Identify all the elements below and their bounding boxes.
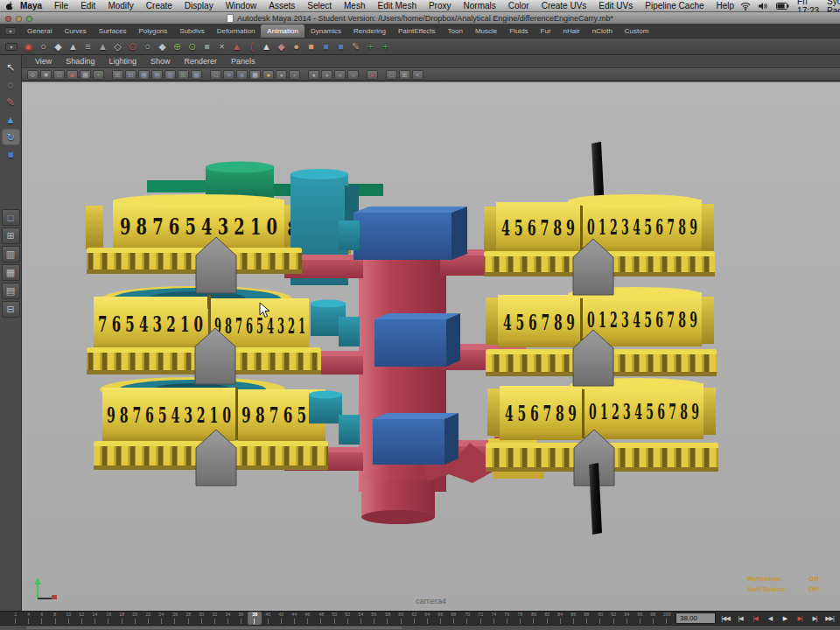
timeline-tick[interactable]: 86 — [567, 612, 580, 625]
timeline-tick[interactable]: 72 — [474, 612, 487, 625]
human-ik-icon[interactable]: ▲ — [66, 39, 80, 53]
timeline-tick[interactable]: 32 — [208, 612, 221, 625]
image-plane-icon[interactable]: ▦ — [80, 70, 91, 80]
window-zoom-button[interactable] — [26, 16, 32, 22]
menu-pipeline-cache[interactable]: Pipeline Cache — [639, 0, 710, 11]
left-index-pointers[interactable] — [195, 237, 236, 486]
camera-attributes-icon[interactable]: □ — [53, 70, 65, 80]
wireframe-icon[interactable]: ⊞ — [112, 70, 123, 80]
timeline-tick[interactable]: 44 — [288, 612, 301, 625]
timeline-tick[interactable]: 16 — [102, 612, 115, 625]
two-d-pan-zoom-icon[interactable]: + — [93, 70, 104, 80]
shelf-tab-dynamics[interactable]: Dynamics — [304, 24, 347, 38]
paint-weights-icon[interactable]: ✎ — [348, 39, 363, 53]
shaded-icon[interactable]: ⊟ — [125, 70, 136, 80]
mirror-joint-icon[interactable]: × — [214, 39, 229, 53]
shelf-tab-rendering[interactable]: Rendering — [347, 24, 392, 38]
plugin-flag-icon[interactable]: ▸ — [367, 70, 378, 80]
shelf-tab-deformation[interactable]: Deformation — [211, 24, 262, 38]
timeline-tick[interactable]: 74 — [487, 612, 500, 625]
menu-window[interactable]: Window — [220, 0, 263, 11]
ik-handle-icon[interactable]: ◆ — [51, 39, 66, 53]
shelf-tab-curves[interactable]: Curves — [58, 24, 92, 38]
menu-color[interactable]: Color — [502, 0, 536, 11]
range-slider-bar[interactable] — [26, 626, 402, 629]
detach-skin-icon[interactable]: ■ — [333, 39, 348, 53]
timeline-tick[interactable]: 22 — [142, 612, 155, 625]
go-to-end-button[interactable]: ▶▶| — [822, 613, 836, 624]
timeline-tick[interactable]: 46 — [301, 612, 314, 625]
bucket-icon[interactable]: ■ — [200, 39, 214, 53]
snap-key-icon[interactable]: + — [378, 39, 393, 53]
hand-setup-icon[interactable]: ■ — [304, 39, 318, 53]
timeline-tick[interactable]: 6 — [35, 612, 48, 625]
range-slider[interactable] — [0, 625, 840, 630]
timeline-tick[interactable]: 50 — [328, 612, 341, 625]
shelf-tab-painteffects[interactable]: PaintEffects — [392, 24, 442, 38]
timeline-tick[interactable]: 92 — [606, 612, 620, 625]
timeline-tick[interactable]: 94 — [620, 612, 634, 625]
pole-vector-icon[interactable]: ⊙ — [185, 39, 200, 53]
timeline-tick[interactable]: 12 — [75, 612, 88, 625]
shadows-icon[interactable]: ▥ — [164, 70, 176, 80]
shelf-tab-toon[interactable]: Toon — [442, 24, 469, 38]
timeline-tick[interactable]: 78 — [514, 612, 527, 625]
set-key-icon[interactable]: ◉ — [21, 39, 36, 53]
menu-create-uvs[interactable]: Create UVs — [536, 0, 593, 11]
menu-normals[interactable]: Normals — [458, 0, 502, 11]
timeline-tick[interactable]: 58 — [381, 612, 394, 625]
spline-ik-icon[interactable]: ( — [244, 39, 259, 53]
paint-select-tool[interactable]: ✎ — [2, 94, 20, 110]
skeleton-icon[interactable]: ≡ — [80, 39, 95, 53]
menu-edit[interactable]: Edit — [74, 0, 102, 11]
play-forwards-button[interactable]: ▶ — [778, 613, 792, 624]
panel-menu-panels[interactable]: Panels — [225, 57, 262, 66]
lock-camera-icon[interactable]: ■ — [40, 70, 52, 80]
shelf-tab-general[interactable]: General — [21, 24, 58, 38]
right-gear-row-3[interactable]: 4 5 6 7 8 9 0 1 2 3 4 5 6 7 8 9 — [487, 378, 716, 440]
timeline-tick[interactable]: 84 — [554, 612, 567, 625]
select-camera-icon[interactable]: ⊙ — [27, 70, 38, 80]
timeline-tick[interactable]: 90 — [593, 612, 606, 625]
menu-assets[interactable]: Assets — [262, 0, 301, 11]
bone-chain-icon[interactable]: ◇ — [110, 39, 125, 53]
character-icon[interactable]: ▲ — [95, 39, 110, 53]
shelf-tab-surfaces[interactable]: Surfaces — [93, 24, 133, 38]
layout-hypershade[interactable]: ▦ — [2, 264, 20, 281]
blue-sector-2[interactable] — [374, 313, 460, 367]
aim-constraint-icon[interactable]: ◆ — [155, 39, 170, 53]
shelf-tab-ncloth[interactable]: nCloth — [586, 24, 619, 38]
timeline-tick[interactable]: 80 — [527, 612, 540, 625]
parent-constraint-icon[interactable]: ⊕ — [170, 39, 185, 53]
joint-tool-icon[interactable]: ○ — [36, 39, 51, 53]
right-index-pointers[interactable] — [573, 239, 614, 486]
step-forward-key-button[interactable]: ▶| — [793, 613, 807, 624]
shelf-tab-muscle[interactable]: Muscle — [469, 24, 503, 38]
layout-persp-graph[interactable]: ▤ — [2, 283, 20, 299]
layout-single[interactable]: □ — [2, 209, 20, 226]
lit-sphere-icon[interactable]: ● — [262, 70, 274, 80]
xray-icon[interactable]: ■ — [223, 70, 234, 80]
timeline-tick[interactable]: 68 — [447, 612, 460, 625]
timeline-tick[interactable]: 98 — [647, 612, 660, 625]
skin-bind-icon[interactable]: ■ — [318, 39, 333, 53]
timeline-tick[interactable]: 36 — [234, 612, 248, 625]
timeline-tick[interactable]: 34 — [221, 612, 234, 625]
left-gear-row-3[interactable]: 9 8 7 6 5 4 3 2 1 0 9 8 7 6 5 4 — [100, 377, 342, 442]
viewport-3d[interactable]: 8 7 9 8 7 6 5 4 3 2 1 0 — [22, 81, 840, 611]
snap-curve-icon[interactable]: < — [412, 70, 424, 80]
lasso-tool[interactable]: ◌ — [2, 76, 20, 93]
apple-menu-icon[interactable] — [5, 1, 14, 11]
timeline-tick[interactable]: 10 — [62, 612, 75, 625]
menu-edit-mesh[interactable]: Edit Mesh — [371, 0, 422, 11]
timeline-tick[interactable]: 14 — [88, 612, 102, 625]
snap-grid-icon[interactable]: ⊞ — [399, 70, 410, 80]
shelf-tab-switcher[interactable]: ▾ — [4, 27, 17, 35]
menu-file[interactable]: File — [48, 0, 74, 11]
rotate-plane-icon[interactable]: ▲ — [229, 39, 244, 53]
panel-menu-lighting[interactable]: Lighting — [102, 57, 143, 66]
shelf-menu-button[interactable]: ▾ — [5, 43, 18, 51]
layout-persp-outliner[interactable]: ▥ — [2, 246, 20, 262]
timeline-tick[interactable]: 2 — [9, 612, 22, 625]
blue-sector-3[interactable] — [373, 413, 458, 465]
